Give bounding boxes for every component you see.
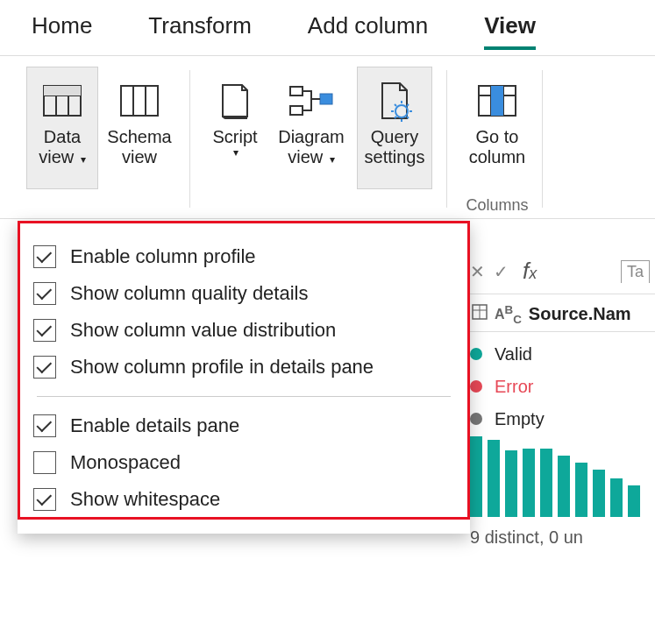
menu-item-label: Show whitespace bbox=[70, 488, 220, 511]
table-icon bbox=[472, 304, 488, 324]
menu-show-value-distribution[interactable]: Show column value distribution bbox=[18, 312, 470, 349]
menu-item-label: Show column value distribution bbox=[70, 319, 336, 342]
distribution-bars bbox=[470, 429, 655, 517]
tab-home[interactable]: Home bbox=[32, 12, 92, 50]
bar bbox=[540, 449, 552, 517]
goto-column-label-2: column bbox=[469, 147, 525, 167]
menu-monospaced[interactable]: Monospaced bbox=[18, 444, 470, 481]
column-header[interactable]: ABC Source.Nam bbox=[470, 294, 655, 332]
dot-icon bbox=[470, 348, 482, 360]
menu-show-profile-details[interactable]: Show column profile in details pane bbox=[18, 349, 470, 386]
bar bbox=[593, 470, 605, 517]
menu-item-label: Show column profile in details pane bbox=[70, 356, 374, 379]
checkbox-icon bbox=[33, 319, 56, 342]
menu-item-label: Enable column profile bbox=[70, 245, 256, 268]
diagram-view-label-1: Diagram bbox=[278, 127, 345, 147]
menu-item-label: Show column quality details bbox=[70, 282, 308, 305]
dot-icon bbox=[470, 413, 482, 425]
menu-item-label: Monospaced bbox=[70, 451, 181, 474]
diagram-view-label-2: view bbox=[288, 147, 323, 166]
goto-column-button[interactable]: Go tocolumn bbox=[461, 67, 533, 189]
menu-show-column-quality[interactable]: Show column quality details bbox=[18, 275, 470, 312]
bar bbox=[470, 436, 482, 517]
ribbon-tabs: Home Transform Add column View bbox=[0, 0, 655, 56]
checkbox-icon bbox=[33, 282, 56, 305]
cancel-icon[interactable]: ✕ bbox=[470, 261, 485, 282]
checkbox-icon bbox=[33, 488, 56, 511]
script-icon bbox=[217, 74, 253, 127]
stat-label: Error bbox=[495, 377, 533, 397]
diagram-view-button[interactable]: Diagramview ▾ bbox=[271, 67, 352, 189]
tab-transform[interactable]: Transform bbox=[148, 12, 252, 50]
stat-valid: Valid bbox=[470, 344, 655, 364]
query-settings-icon bbox=[375, 74, 414, 127]
text-type-icon: ABC bbox=[495, 303, 522, 326]
formula-tab: Ta bbox=[621, 260, 650, 283]
distribution-summary: 9 distinct, 0 un bbox=[470, 517, 655, 548]
diagram-view-icon bbox=[288, 74, 334, 127]
bar bbox=[558, 456, 570, 517]
dot-icon bbox=[470, 380, 482, 393]
schema-view-label-1: Schema bbox=[107, 127, 171, 147]
goto-column-icon bbox=[478, 74, 516, 127]
confirm-icon[interactable]: ✓ bbox=[494, 261, 509, 282]
svg-rect-10 bbox=[320, 94, 332, 104]
checkbox-icon bbox=[33, 356, 56, 379]
tab-add-column[interactable]: Add column bbox=[308, 12, 428, 50]
goto-column-label-1: Go to bbox=[476, 127, 519, 147]
stat-error: Error bbox=[470, 377, 655, 397]
svg-rect-4 bbox=[44, 86, 81, 96]
bar bbox=[610, 478, 623, 517]
bar bbox=[505, 450, 517, 517]
fx-icon[interactable]: fx bbox=[517, 258, 542, 285]
menu-enable-details-pane[interactable]: Enable details pane bbox=[18, 407, 470, 444]
column-preview: ✕ ✓ fx Ta ABC Source.Nam Valid Error Emp… bbox=[470, 254, 655, 548]
svg-rect-9 bbox=[290, 106, 303, 115]
svg-rect-16 bbox=[491, 86, 503, 116]
data-view-icon bbox=[43, 74, 82, 127]
schema-view-icon bbox=[120, 74, 159, 127]
chevron-down-icon: ▾ bbox=[330, 153, 335, 166]
stat-label: Empty bbox=[495, 409, 545, 429]
ribbon: Dataview ▾ Schemaview Script▾ bbox=[0, 56, 655, 219]
schema-view-button[interactable]: Schemaview bbox=[103, 67, 175, 189]
svg-rect-8 bbox=[290, 87, 303, 96]
query-settings-button[interactable]: Querysettings bbox=[357, 67, 432, 189]
column-stats: Valid Error Empty bbox=[470, 332, 655, 429]
menu-show-whitespace[interactable]: Show whitespace bbox=[18, 481, 470, 518]
script-button[interactable]: Script▾ bbox=[204, 67, 266, 189]
query-settings-label-1: Query bbox=[371, 127, 418, 147]
bar bbox=[575, 463, 587, 517]
columns-group-label: Columns bbox=[466, 193, 528, 215]
menu-separator bbox=[37, 396, 451, 397]
checkbox-icon bbox=[33, 451, 56, 474]
schema-view-label-2: view bbox=[122, 147, 157, 167]
data-view-button[interactable]: Dataview ▾ bbox=[26, 67, 98, 189]
data-view-label-2: view bbox=[39, 147, 74, 166]
script-label: Script bbox=[212, 127, 257, 147]
svg-rect-5 bbox=[121, 86, 158, 116]
menu-enable-column-profile[interactable]: Enable column profile bbox=[18, 238, 470, 275]
tab-view[interactable]: View bbox=[484, 12, 536, 50]
column-header-label: Source.Nam bbox=[529, 304, 631, 324]
chevron-down-icon: ▾ bbox=[233, 147, 239, 159]
svg-point-11 bbox=[395, 105, 408, 117]
query-settings-label-2: settings bbox=[365, 147, 425, 167]
checkbox-icon bbox=[33, 414, 56, 437]
bar bbox=[628, 485, 640, 517]
checkbox-icon bbox=[33, 245, 56, 268]
chevron-down-icon: ▾ bbox=[81, 153, 86, 166]
stat-empty: Empty bbox=[470, 409, 655, 429]
bar bbox=[523, 449, 535, 517]
formula-bar[interactable]: ✕ ✓ fx Ta bbox=[470, 254, 655, 294]
data-view-dropdown: Enable column profile Show column qualit… bbox=[18, 221, 470, 534]
data-view-label-1: Data bbox=[44, 127, 81, 147]
stat-label: Valid bbox=[495, 344, 532, 364]
menu-item-label: Enable details pane bbox=[70, 414, 239, 437]
bar bbox=[488, 440, 500, 517]
